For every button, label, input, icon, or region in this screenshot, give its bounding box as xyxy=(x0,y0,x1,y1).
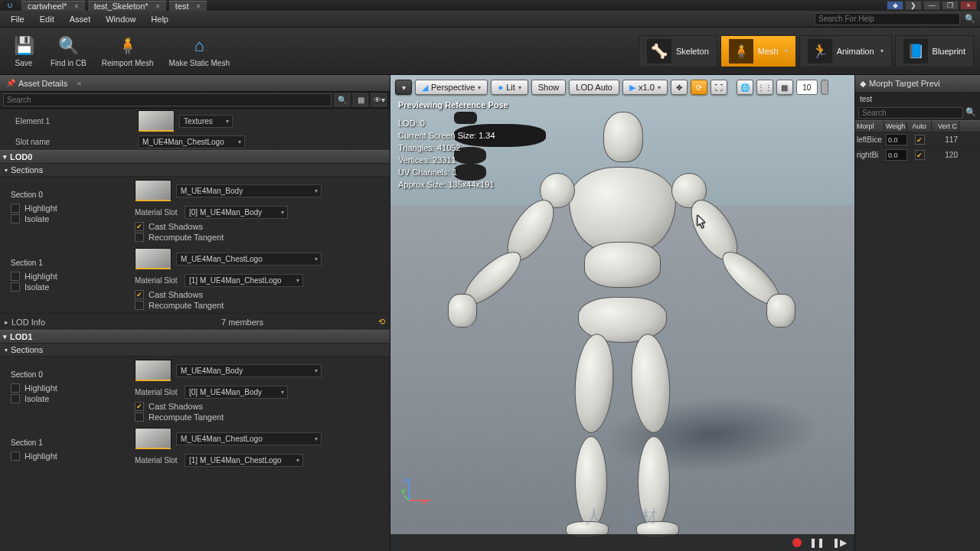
material-thumb[interactable] xyxy=(135,180,172,201)
close-icon[interactable]: × xyxy=(156,2,160,10)
eye-icon[interactable]: 👁▾ xyxy=(371,93,387,106)
close-icon[interactable]: × xyxy=(197,2,201,10)
recompute-tangent-checkbox[interactable] xyxy=(135,233,144,242)
notify-icon[interactable]: ◆ xyxy=(887,1,903,10)
morph-target-tab[interactable]: ◆Morph Target Previ xyxy=(855,75,980,92)
mode-mesh-button[interactable]: 🧍Mesh▾ xyxy=(720,35,796,67)
search-icon[interactable]: 🔍 xyxy=(965,14,975,24)
cast-shadows-checkbox[interactable]: ✔ xyxy=(135,222,144,231)
lod0-sections-header[interactable]: ▾Sections xyxy=(0,164,390,177)
pin-icon[interactable]: 📌 xyxy=(6,79,15,87)
isolate-checkbox[interactable] xyxy=(11,394,20,403)
step-icon[interactable]: ❚▶ xyxy=(832,537,847,548)
weight-spinner[interactable]: 0.0 xyxy=(886,134,907,145)
menu-help[interactable]: Help xyxy=(145,13,175,25)
chevron-down-icon[interactable]: ▾ xyxy=(785,47,788,54)
auto-checkbox[interactable]: ✔ xyxy=(915,135,925,145)
lod-info-row[interactable]: ▸LOD Info7 members⟲ xyxy=(0,313,390,330)
auto-checkbox[interactable]: ✔ xyxy=(915,150,925,160)
viewport[interactable]: ▾ ◢Perspective▾ ●Lit▾ Show LOD Auto ▶x1.… xyxy=(390,75,854,551)
menu-window[interactable]: Window xyxy=(100,13,142,25)
material-dropdown[interactable]: M_UE4Man_Body xyxy=(176,184,322,197)
lit-button[interactable]: ●Lit▾ xyxy=(491,80,528,95)
reset-icon[interactable]: ⟲ xyxy=(378,317,385,327)
playback-speed-button[interactable]: ▶x1.0▾ xyxy=(622,80,668,95)
rotate-tool-icon[interactable]: ⟳ xyxy=(691,80,707,95)
chevron-down-icon[interactable]: ▾ xyxy=(880,47,884,54)
console-icon[interactable]: ❯ xyxy=(905,1,922,10)
mode-animation-button[interactable]: 🏃Animation▾ xyxy=(799,35,892,67)
grid-icon[interactable]: ▦ xyxy=(776,80,793,95)
morph-row[interactable]: rightBi 0.0 ✔ 120 xyxy=(855,148,980,163)
move-tool-icon[interactable]: ✥ xyxy=(671,80,688,95)
doc-tab-skeleton[interactable]: test_Skeleton*× xyxy=(88,1,166,11)
material-dropdown[interactable]: M_UE4Man_ChestLogo xyxy=(176,432,322,445)
material-dropdown[interactable]: M_UE4Man_ChestLogo xyxy=(176,253,322,266)
viewport-options-button[interactable]: ▾ xyxy=(395,80,412,95)
show-button[interactable]: Show xyxy=(531,80,567,95)
doc-tab-cartwheel[interactable]: cartwheel*× xyxy=(21,1,85,11)
grid-view-icon[interactable]: ▦ xyxy=(353,93,368,106)
material-thumb[interactable] xyxy=(135,360,172,381)
col-auto[interactable]: Auto xyxy=(907,121,932,132)
material-thumb[interactable] xyxy=(135,248,172,269)
material-slot-dropdown[interactable]: [1] M_UE4Man_ChestLogo xyxy=(185,274,303,287)
cast-shadows-checkbox[interactable]: ✔ xyxy=(135,402,144,411)
recompute-tangent-checkbox[interactable] xyxy=(135,301,144,310)
search-icon[interactable]: 🔍 xyxy=(335,93,350,106)
snap-icon[interactable]: ⋮⋮ xyxy=(756,80,773,95)
make-static-mesh-button[interactable]: ⌂Make Static Mesh xyxy=(162,30,237,73)
highlight-checkbox[interactable] xyxy=(11,452,20,461)
viewport-scroll[interactable] xyxy=(821,80,828,95)
isolate-checkbox[interactable] xyxy=(11,214,20,223)
material-slot-dropdown[interactable]: [0] M_UE4Man_Body xyxy=(185,206,288,219)
morph-row[interactable]: leftBice 0.0 ✔ 117 xyxy=(855,132,980,148)
asset-details-tab[interactable]: 📌 Asset Details × xyxy=(0,75,390,92)
world-space-icon[interactable]: 🌐 xyxy=(737,80,753,95)
mode-blueprint-button[interactable]: 📘Blueprint xyxy=(895,35,974,67)
grid-size-input[interactable]: 10 xyxy=(796,80,818,95)
lod-auto-button[interactable]: LOD Auto xyxy=(569,80,619,95)
menu-asset[interactable]: Asset xyxy=(64,13,97,25)
recompute-tangent-checkbox[interactable] xyxy=(135,412,144,422)
col-verts[interactable]: Vert C xyxy=(932,121,959,132)
highlight-checkbox[interactable] xyxy=(11,272,20,281)
material-dropdown[interactable]: M_UE4Man_Body xyxy=(176,364,322,377)
lod0-header[interactable]: ▾LOD0 xyxy=(0,150,390,164)
highlight-checkbox[interactable] xyxy=(11,383,20,393)
col-name[interactable]: Morpl xyxy=(855,121,884,132)
lod1-sections-header[interactable]: ▾Sections xyxy=(0,344,390,357)
save-button[interactable]: 💾Save xyxy=(5,30,43,73)
textures-dropdown[interactable]: Textures xyxy=(179,115,233,128)
doc-tab-test[interactable]: test× xyxy=(169,1,207,11)
menu-file[interactable]: File xyxy=(5,13,31,25)
maximize-button[interactable]: ❐ xyxy=(942,1,959,10)
minimize-button[interactable]: — xyxy=(923,1,940,10)
lod1-header[interactable]: ▾LOD1 xyxy=(0,330,390,344)
mode-skeleton-button[interactable]: 🦴Skeleton xyxy=(639,35,717,67)
reimport-mesh-button[interactable]: 🧍Reimport Mesh xyxy=(94,30,162,73)
morph-search-input[interactable] xyxy=(858,107,963,119)
record-icon[interactable] xyxy=(792,538,802,547)
cast-shadows-checkbox[interactable]: ✔ xyxy=(135,290,144,299)
perspective-button[interactable]: ◢Perspective▾ xyxy=(415,80,488,95)
close-window-button[interactable]: × xyxy=(960,1,977,10)
col-weight[interactable]: Weigh xyxy=(884,121,907,132)
highlight-checkbox[interactable] xyxy=(11,204,20,213)
details-search-input[interactable] xyxy=(3,93,332,106)
weight-spinner[interactable]: 0.0 xyxy=(886,149,907,161)
close-icon[interactable]: × xyxy=(77,79,81,88)
help-search-input[interactable] xyxy=(815,13,960,25)
close-icon[interactable]: × xyxy=(74,2,78,10)
menu-edit[interactable]: Edit xyxy=(34,13,60,25)
material-slot-dropdown[interactable]: [0] M_UE4Man_Body xyxy=(185,386,288,399)
material-slot-dropdown[interactable]: [1] M_UE4Man_ChestLogo xyxy=(185,454,303,467)
isolate-checkbox[interactable] xyxy=(11,282,20,292)
pause-icon[interactable]: ❚❚ xyxy=(809,537,825,548)
material-thumb[interactable] xyxy=(138,110,175,132)
find-in-cb-button[interactable]: 🔍Find in CB xyxy=(43,30,94,73)
material-thumb[interactable] xyxy=(135,428,172,449)
scale-tool-icon[interactable]: ⛶ xyxy=(710,80,727,95)
slot-name-field[interactable]: M_UE4Man_ChestLogo xyxy=(138,135,245,148)
search-icon[interactable]: 🔍 xyxy=(963,107,978,119)
